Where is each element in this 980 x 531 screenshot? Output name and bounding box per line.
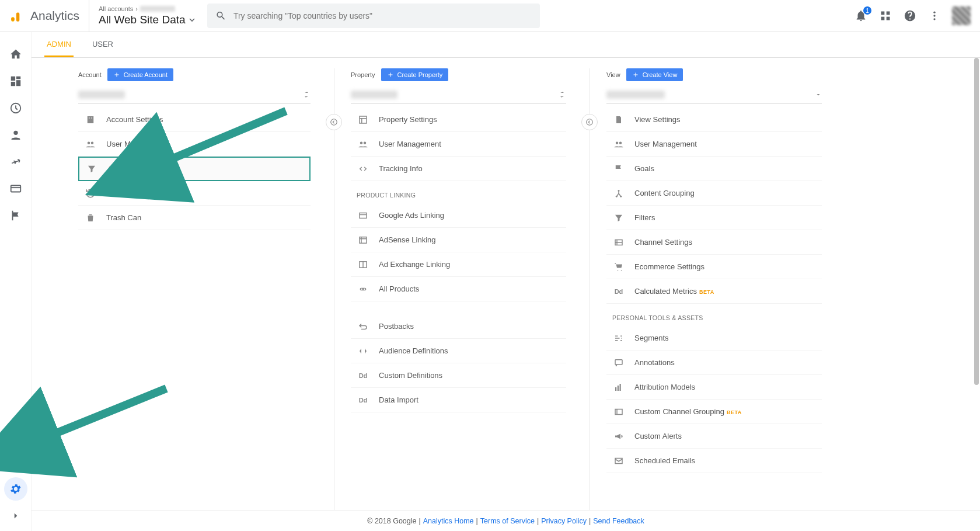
- svg-point-21: [91, 141, 94, 144]
- tab-admin[interactable]: ADMIN: [44, 33, 74, 57]
- svg-point-34: [619, 141, 622, 144]
- nav-acquisition[interactable]: [4, 150, 27, 173]
- account-switcher[interactable]: All accounts › All Web Site Data: [99, 5, 198, 27]
- create-account-button[interactable]: Create Account: [107, 68, 173, 81]
- nav-admin[interactable]: [4, 477, 27, 501]
- gear-icon: [9, 483, 22, 495]
- svg-rect-42: [620, 384, 621, 391]
- flag-icon: [613, 164, 624, 174]
- view-calculated-metrics[interactable]: DdCalculated MetricsBETA: [606, 279, 822, 304]
- arrows-icon: [9, 155, 22, 168]
- custom-definitions[interactable]: DdCustom Definitions: [351, 363, 566, 388]
- all-products[interactable]: All Products: [351, 277, 566, 301]
- google-ads-linking[interactable]: Google Ads Linking: [351, 203, 566, 228]
- svg-rect-40: [615, 387, 616, 391]
- help-icon: [904, 9, 916, 22]
- data-import[interactable]: DdData Import: [351, 388, 566, 412]
- nav-audience[interactable]: [4, 123, 27, 147]
- scrollbar-thumb[interactable]: [974, 58, 979, 385]
- swap-icon: [558, 91, 566, 99]
- view-attribution-models[interactable]: Attribution Models: [606, 375, 822, 400]
- view-settings[interactable]: View Settings: [606, 107, 822, 132]
- create-property-button[interactable]: Create Property: [381, 68, 449, 81]
- account-heading: Account: [78, 71, 102, 78]
- swap-icon: [302, 91, 311, 99]
- svg-rect-18: [89, 117, 90, 119]
- channel-icon: [613, 237, 624, 248]
- account-trash-can[interactable]: Trash Can: [78, 206, 311, 230]
- layout-icon: [358, 114, 368, 125]
- nav-home[interactable]: [4, 43, 27, 66]
- bars-icon: [613, 382, 624, 393]
- footer-link-tos[interactable]: Terms of Service: [480, 517, 535, 525]
- column-prev-button[interactable]: [581, 114, 598, 130]
- account-settings[interactable]: Account Settings: [78, 107, 311, 132]
- account-all-filters[interactable]: All Filters: [78, 157, 311, 181]
- view-segments[interactable]: Segments: [606, 326, 822, 350]
- view-filters[interactable]: Filters: [606, 206, 822, 230]
- plus-icon: [632, 71, 639, 78]
- view-heading: View: [606, 71, 620, 78]
- chevron-left-icon: [585, 118, 594, 126]
- account-change-history[interactable]: Change History: [78, 181, 311, 206]
- tab-user[interactable]: USER: [90, 33, 116, 57]
- svg-point-9: [933, 18, 935, 20]
- nav-conversions[interactable]: [4, 204, 27, 227]
- nav-realtime[interactable]: [4, 96, 27, 120]
- page-icon: [614, 114, 623, 125]
- svg-rect-19: [92, 117, 93, 119]
- account-user-management[interactable]: User Management: [78, 132, 311, 157]
- create-view-button[interactable]: Create View: [626, 68, 683, 81]
- help-button[interactable]: [903, 9, 917, 23]
- view-selector[interactable]: [606, 87, 822, 104]
- svg-point-8: [933, 15, 935, 16]
- footer-link-feedback[interactable]: Send Feedback: [593, 517, 644, 525]
- adsense-linking[interactable]: AdSense Linking: [351, 228, 566, 252]
- view-custom-channel-grouping[interactable]: Custom Channel GroupingBETA: [606, 400, 822, 424]
- view-goals[interactable]: Goals: [606, 157, 822, 181]
- nav-rail: [0, 32, 32, 531]
- postbacks[interactable]: Postbacks: [351, 314, 566, 339]
- view-channel-settings[interactable]: Channel Settings: [606, 230, 822, 255]
- more-vert-icon: [929, 10, 940, 22]
- svg-rect-26: [360, 213, 367, 218]
- notifications-button[interactable]: 1: [854, 9, 868, 23]
- mail-icon: [613, 456, 624, 466]
- footer-copyright: © 2018 Google: [367, 517, 416, 525]
- ad-exchange-linking[interactable]: Ad Exchange Linking: [351, 252, 566, 277]
- property-user-management[interactable]: User Management: [351, 132, 566, 157]
- account-selector[interactable]: [78, 87, 311, 104]
- footer-link-privacy[interactable]: Privacy Policy: [541, 517, 587, 525]
- nav-behavior[interactable]: [4, 177, 27, 200]
- filter-icon: [613, 213, 624, 223]
- property-column: Property Create Property Property Settin…: [334, 68, 590, 531]
- view-ecommerce-settings[interactable]: Ecommerce Settings: [606, 255, 822, 279]
- svg-rect-5: [881, 17, 885, 20]
- audience-definitions[interactable]: Audience Definitions: [351, 339, 566, 363]
- apps-button[interactable]: [878, 9, 892, 23]
- filter-icon: [86, 164, 97, 174]
- view-custom-alerts[interactable]: Custom Alerts: [606, 424, 822, 449]
- brand: Analytics: [9, 0, 89, 32]
- footer-link-home[interactable]: Analytics Home: [423, 517, 474, 525]
- column-prev-button[interactable]: [326, 114, 342, 130]
- property-tracking-info[interactable]: Tracking Info: [351, 157, 566, 181]
- view-scheduled-emails[interactable]: Scheduled Emails: [606, 449, 822, 473]
- nav-customization[interactable]: [4, 70, 27, 93]
- svg-point-32: [587, 119, 593, 126]
- view-user-management[interactable]: User Management: [606, 132, 822, 157]
- property-settings[interactable]: Property Settings: [351, 107, 566, 132]
- view-content-grouping[interactable]: Content Grouping: [606, 181, 822, 206]
- search-input[interactable]: [233, 11, 532, 20]
- nav-collapse[interactable]: [4, 504, 27, 527]
- search-bar[interactable]: [207, 4, 540, 28]
- more-menu-button[interactable]: [927, 9, 941, 23]
- svg-rect-23: [360, 116, 367, 123]
- account-name-redacted: [78, 91, 125, 99]
- view-annotations[interactable]: Annotations: [606, 350, 822, 375]
- building-icon: [85, 114, 96, 125]
- nav-discover[interactable]: [4, 450, 27, 474]
- avatar[interactable]: [952, 6, 971, 25]
- property-selector[interactable]: [351, 87, 566, 104]
- behavior-icon: [9, 182, 22, 195]
